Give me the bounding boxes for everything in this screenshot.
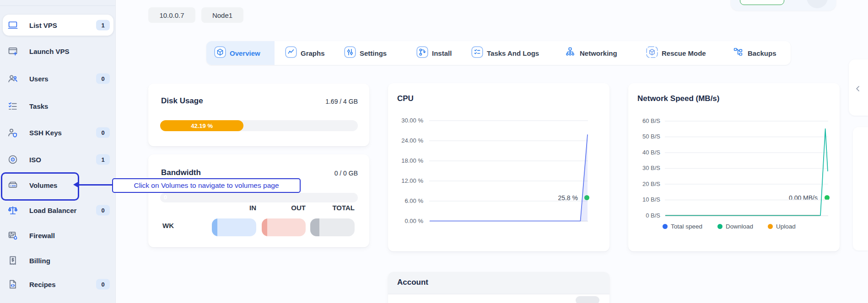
legend-upload: Upload <box>768 223 796 230</box>
collapsed-side-panel[interactable] <box>853 127 868 250</box>
line-chart-icon <box>285 46 297 60</box>
sidebar-item-users[interactable]: Users 0 <box>0 68 115 89</box>
cube-icon <box>214 46 226 60</box>
tab-install[interactable]: Install <box>416 41 452 65</box>
legend-dot <box>768 224 773 229</box>
tab-label: Overview <box>230 49 260 57</box>
tab-networking[interactable]: Networking <box>564 41 617 65</box>
sidebar-item-label: ISO <box>29 156 41 164</box>
network-chart <box>665 121 828 216</box>
sidebar-item-label: Volumes <box>29 181 57 189</box>
tab-tasks-and-logs[interactable]: Tasks And Logs <box>471 41 539 65</box>
rescue-cube-icon <box>646 46 658 60</box>
tab-overview[interactable]: Overview <box>214 41 260 65</box>
sidebar-item-tasks[interactable]: Tasks <box>0 96 115 117</box>
annotation-arrowhead <box>73 181 79 188</box>
network-tick: 0 B/S <box>628 212 660 220</box>
sidebar-item-label: Users <box>29 75 49 83</box>
column-header-total: TOTAL <box>323 204 355 212</box>
sidebar-item-label: Load Balancer <box>29 207 76 214</box>
legend-label: Upload <box>776 223 796 230</box>
bandwidth-bar: 0 <box>160 193 358 202</box>
account-card: Account <box>388 272 609 303</box>
sidebar-item-label: Launch VPS <box>29 48 70 55</box>
bandwidth-total-pill <box>310 218 355 236</box>
tab-backups[interactable]: Backups <box>732 41 776 65</box>
sidebar-item-firewall[interactable]: Firewall <box>0 225 115 246</box>
users-icon <box>7 73 18 84</box>
ip-address-chip: 10.0.0.7 <box>148 7 195 23</box>
legend-label: Download <box>726 223 753 230</box>
card-title: Disk Usage <box>161 96 203 106</box>
cpu-tick: 24.00 % <box>388 137 423 145</box>
cpu-tick: 18.00 % <box>388 157 423 165</box>
sidebar-item-label: List VPS <box>29 21 57 29</box>
sliders-icon <box>344 46 356 60</box>
cpu-tick: 6.00 % <box>388 197 423 205</box>
network-tick: 10 B/S <box>628 196 660 204</box>
status-button[interactable] <box>740 0 784 5</box>
account-action-pill[interactable] <box>576 296 599 303</box>
legend-download: Download <box>717 223 753 230</box>
sidebar-item-list-vps[interactable]: List VPS 1 <box>0 15 115 36</box>
tab-rescue-mode[interactable]: Rescue Mode <box>646 41 706 65</box>
sidebar-item-ssh-keys[interactable]: SSH Keys 0 <box>0 122 115 143</box>
sidebar-item-label: Tasks <box>29 102 48 110</box>
tab-label: Install <box>432 49 452 57</box>
bandwidth-row-label: WK <box>162 222 174 229</box>
card-title: Bandwidth <box>161 168 201 177</box>
bandwidth-value: 0 / 0 GB <box>334 170 358 177</box>
tab-settings[interactable]: Settings <box>344 41 387 65</box>
window-plus-icon <box>7 46 18 57</box>
column-header-in: IN <box>229 204 256 212</box>
sidebar: List VPS 1 Launch VPS Users 0 Tasks SSH … <box>0 0 116 303</box>
card-title: Account <box>397 278 428 287</box>
cpu-tick: 30.00 % <box>388 117 423 125</box>
legend-dot <box>663 224 668 229</box>
side-panel-toggle[interactable] <box>849 59 868 116</box>
cpu-tick: 0.00 % <box>388 217 423 225</box>
count-badge: 1 <box>96 20 110 31</box>
cpu-card: CPU 25.8 % 30.00 % 24.00 % 18.00 % 12.00… <box>388 83 609 251</box>
tab-label: Tasks And Logs <box>487 49 539 57</box>
task-list-icon <box>471 46 483 60</box>
annotation-text: Click on Volumes to navigate to volumes … <box>134 181 279 190</box>
bandwidth-card: Bandwidth 0 / 0 GB 0 IN OUT TOTAL WK <box>148 154 369 247</box>
sidebar-item-billing[interactable]: Billing <box>0 250 115 271</box>
sidebar-item-iso[interactable]: ISO 1 <box>0 149 115 170</box>
sidebar-item-launch-vps[interactable]: Launch VPS <box>0 41 115 62</box>
sidebar-item-recipes[interactable]: Recipes 0 <box>0 274 115 295</box>
scale-icon <box>7 205 18 216</box>
network-tick: 30 B/S <box>628 164 660 172</box>
firewall-icon <box>7 230 18 241</box>
network-tick: 60 B/S <box>628 117 660 125</box>
tab-label: Graphs <box>301 49 325 57</box>
disk-usage-fill: 42.19 % <box>160 120 243 131</box>
annotation-arrow-line <box>79 184 113 186</box>
sidebar-item-label: Billing <box>29 257 50 265</box>
branch-icon <box>416 46 428 60</box>
tab-label: Rescue Mode <box>662 49 706 57</box>
tab-graphs[interactable]: Graphs <box>285 41 325 65</box>
disk-usage-bar: 42.19 % <box>160 120 358 131</box>
drive-icon <box>7 180 18 191</box>
count-badge: 0 <box>96 74 110 84</box>
legend-dot <box>717 224 722 229</box>
sidebar-item-label: Recipes <box>29 281 56 288</box>
network-tick: 50 B/S <box>628 133 660 141</box>
bandwidth-bar-label: 0 <box>164 194 167 201</box>
chevron-left-icon[interactable] <box>853 84 863 93</box>
legend-label: Total speed <box>671 223 702 230</box>
count-badge: 1 <box>96 154 110 165</box>
node-name-chip: Node1 <box>201 7 243 23</box>
bandwidth-out-pill <box>262 218 306 236</box>
hierarchy-icon <box>732 46 744 60</box>
tab-label: Networking <box>580 49 617 57</box>
sidebar-item-load-balancer[interactable]: Load Balancer 0 <box>0 200 115 221</box>
sidebar-item-label: Firewall <box>29 232 55 239</box>
column-header-out: OUT <box>278 204 306 212</box>
sidebar-item-label: SSH Keys <box>29 129 62 137</box>
network-speed-card: Network Speed (MB/s) 0.00 MB/s 60 B/S 50… <box>628 83 840 251</box>
cpu-tick: 12.00 % <box>388 177 423 185</box>
receipt-icon <box>7 255 18 266</box>
